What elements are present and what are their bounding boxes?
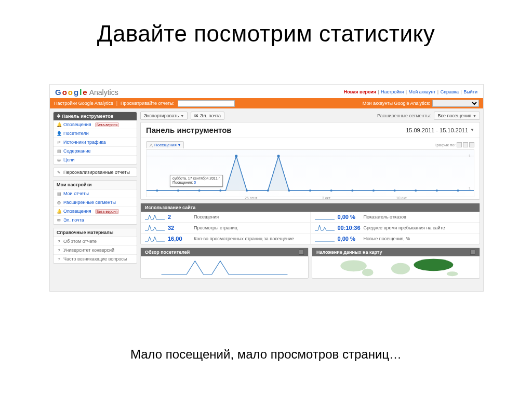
dashboard-header[interactable]: ❖ Панель инструментов bbox=[54, 112, 137, 120]
logo-o1: o bbox=[62, 88, 67, 97]
adv-segments-link[interactable]: ◍Расширенные сегменты bbox=[54, 198, 137, 207]
visitors-overview-panel: Обзор посетителей bbox=[140, 248, 309, 279]
svg-point-18 bbox=[457, 189, 459, 191]
svg-point-22 bbox=[414, 259, 453, 271]
metric-pages-per-visit[interactable]: 16,00Кол-во просмотренных страниц за пос… bbox=[141, 234, 310, 244]
doc-icon: ▤ bbox=[57, 191, 61, 196]
my-settings-head: Мои настройки bbox=[54, 181, 137, 189]
svg-point-3 bbox=[177, 189, 179, 191]
world-map-icon bbox=[312, 256, 480, 278]
settings-link[interactable]: Настройки bbox=[381, 89, 404, 94]
visits-chart: 1 1 bbox=[146, 149, 474, 197]
svg-point-14 bbox=[373, 189, 375, 191]
svg-point-11 bbox=[309, 189, 311, 191]
logo-l: l bbox=[79, 88, 82, 97]
chart-tooltip: суббота, 17 сентября 2011 г. Посещения: … bbox=[170, 175, 223, 187]
metric-avg-time[interactable]: 00:10:36Среднее время пребывания на сайт… bbox=[311, 223, 480, 234]
custom-reports-link[interactable]: ✎Персонализированные отчеты bbox=[54, 168, 137, 176]
logout-link[interactable]: Выйти bbox=[463, 89, 477, 94]
export-button[interactable]: Экспортировать▼ bbox=[140, 112, 188, 120]
about-report-link[interactable]: ?Об этом отчете bbox=[54, 237, 137, 245]
sparkline-icon bbox=[145, 224, 165, 231]
conv-univ-link[interactable]: ?Университет конверсий bbox=[54, 245, 137, 254]
faq-link[interactable]: ?Часто возникающие вопросы bbox=[54, 254, 137, 263]
map-overlay-head: Наложение данных на карту bbox=[316, 250, 382, 255]
metric-visits[interactable]: 2Посещения bbox=[141, 212, 310, 223]
edit-icon: ✎ bbox=[57, 170, 61, 175]
sparkline-icon bbox=[145, 235, 165, 242]
account-select[interactable] bbox=[432, 100, 479, 107]
help-head: Справочные материалы bbox=[54, 228, 137, 237]
sidebar-item-content[interactable]: ▤Содержание bbox=[54, 146, 137, 155]
svg-point-23 bbox=[447, 271, 458, 276]
email-button[interactable]: ✉Эл. почта bbox=[191, 112, 224, 120]
chevron-down-icon: ▼ bbox=[470, 128, 474, 132]
sidebar-item-traffic[interactable]: ⇄Источники трафика bbox=[54, 138, 137, 146]
doc-icon: ▤ bbox=[57, 149, 61, 154]
visits-tab[interactable]: ⋀Посещения▾ bbox=[146, 141, 184, 148]
map-overlay-panel: Наложение данных на карту bbox=[312, 248, 480, 279]
slide-caption: Мало посещений, мало просмотров страниц… bbox=[0, 347, 532, 362]
sidebar-item-visitors[interactable]: 👤Посетители bbox=[54, 129, 137, 138]
main-content: Экспортировать▼ ✉Эл. почта Расширенные с… bbox=[137, 108, 483, 292]
logo-g2: g bbox=[74, 88, 78, 97]
sparkline-icon: ⋀ bbox=[150, 143, 153, 147]
date-range-picker[interactable]: 15.09.2011 - 15.10.2011▼ bbox=[406, 127, 474, 133]
help-panel: Справочные материалы ?Об этом отчете ?Ун… bbox=[53, 228, 137, 264]
sidebar-item-goals[interactable]: ◎Цели bbox=[54, 155, 137, 164]
orange-nav-bar: Настройки Google Analytics | Просматрива… bbox=[50, 98, 483, 108]
slide-title: Давайте посмотрим статистику bbox=[0, 0, 532, 47]
logo-g: G bbox=[55, 88, 61, 97]
svg-point-13 bbox=[351, 189, 353, 191]
sidebar: ❖ Панель инструментов 🔔ОповещенияБета-ве… bbox=[50, 108, 137, 292]
ga-topbar: G o o g l e Analytics Новая версия | Нас… bbox=[50, 85, 483, 98]
logo-e: e bbox=[83, 88, 87, 97]
svg-point-2 bbox=[156, 189, 158, 191]
ga-settings-link[interactable]: Настройки Google Analytics bbox=[54, 101, 113, 106]
svg-point-7 bbox=[246, 189, 248, 191]
mail-icon: ✉ bbox=[57, 218, 61, 223]
adv-seg-label: Расширенные сегменты: bbox=[377, 113, 431, 118]
sidebar-item-alerts[interactable]: 🔔ОповещенияБета-версия bbox=[54, 120, 137, 129]
panel-config-icon[interactable] bbox=[299, 250, 304, 255]
svg-point-17 bbox=[436, 189, 438, 191]
user-icon: 👤 bbox=[57, 131, 61, 136]
graph-week-toggle[interactable] bbox=[463, 142, 468, 147]
logo-o2: o bbox=[68, 88, 73, 97]
nav-panel: ❖ Панель инструментов 🔔ОповещенияБета-ве… bbox=[53, 112, 137, 164]
question-icon: ? bbox=[57, 248, 61, 253]
custom-reports-panel: ✎Персонализированные отчеты bbox=[53, 168, 137, 177]
chevron-down-icon: ▾ bbox=[178, 143, 180, 147]
toolbar: Экспортировать▼ ✉Эл. почта Расширенные с… bbox=[140, 112, 480, 120]
all-visits-segment[interactable]: Все посещения▼ bbox=[434, 112, 480, 120]
sparkline-icon bbox=[315, 213, 335, 221]
graph-day-toggle[interactable] bbox=[457, 142, 462, 147]
chevron-down-icon: ▼ bbox=[180, 114, 184, 118]
ga-screenshot: G o o g l e Analytics Новая версия | Нас… bbox=[49, 84, 484, 292]
arrows-icon: ⇄ bbox=[57, 140, 61, 145]
segment-icon: ◍ bbox=[57, 200, 61, 205]
alerts-link[interactable]: 🔔ОповещенияБета-версия bbox=[54, 207, 137, 215]
my-reports-link[interactable]: ▤Мои отчеты bbox=[54, 189, 137, 198]
email-link[interactable]: ✉Эл. почта bbox=[54, 215, 137, 224]
chevron-down-icon: ▼ bbox=[473, 114, 476, 118]
graph-month-toggle[interactable] bbox=[469, 142, 474, 147]
new-version-link[interactable]: Новая версия bbox=[344, 89, 376, 94]
svg-point-12 bbox=[330, 189, 332, 191]
dashboard-title: Панель инструментов bbox=[146, 126, 232, 134]
panel-config-icon[interactable] bbox=[470, 250, 475, 255]
metric-new-visits[interactable]: 0,00 %Новые посещения, % bbox=[311, 234, 480, 244]
google-analytics-logo: G o o g l e Analytics bbox=[55, 88, 118, 97]
metric-bounce-rate[interactable]: 0,00 %Показатель отказов bbox=[311, 212, 480, 223]
svg-point-15 bbox=[394, 189, 396, 191]
sparkline-icon bbox=[315, 224, 335, 231]
my-account-link[interactable]: Мой аккаунт bbox=[409, 89, 436, 94]
bell-icon: 🔔 bbox=[57, 209, 61, 214]
view-reports-input[interactable] bbox=[178, 100, 235, 107]
help-link[interactable]: Справка bbox=[441, 89, 459, 94]
mail-icon: ✉ bbox=[194, 113, 198, 118]
metric-pageviews[interactable]: 32Просмотры страниц bbox=[141, 223, 310, 234]
logo-analytics: Analytics bbox=[89, 88, 118, 97]
svg-point-4 bbox=[198, 189, 201, 191]
question-icon: ? bbox=[57, 257, 61, 262]
